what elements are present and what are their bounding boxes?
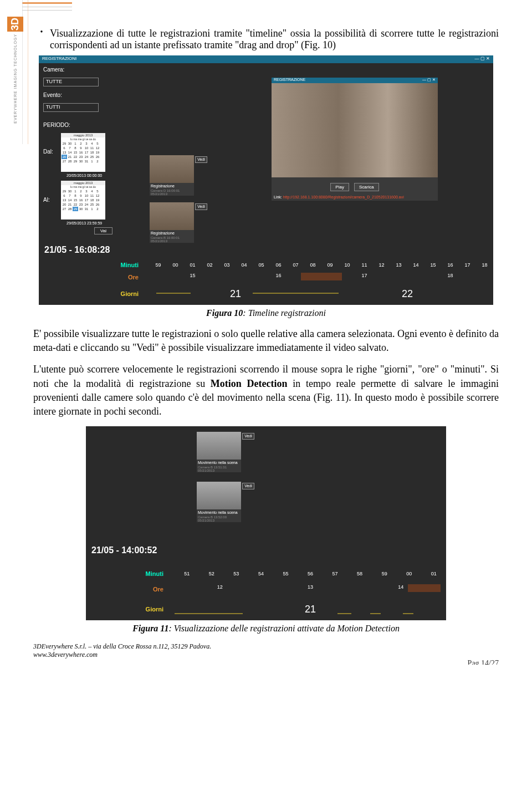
tick: 58 (347, 571, 372, 576)
timeline-timestamp: 21/05 - 16:08:28 (44, 245, 110, 255)
logo-3d: 3D (7, 17, 23, 32)
tick: 07 (287, 262, 304, 268)
bullet-paragraph: • Visualizzazione di tutte le registrazi… (33, 28, 499, 51)
para2-bold: Motion Detection (211, 378, 288, 389)
tick: 16 (442, 262, 459, 268)
vedi-button[interactable]: Vedi (242, 483, 254, 489)
vai-button[interactable]: Vai (94, 227, 112, 234)
preview-window: REGISTRAZIONE — ▢ ✕ Play Scarica Link: h… (272, 78, 438, 201)
thumb-meta: Camera B 13:51:31 05/21/2013 (197, 466, 241, 472)
preview-video[interactable] (272, 83, 438, 177)
page-decoration (22, 0, 83, 17)
paragraph-1: E' possibile visualizzare tutte le regis… (33, 327, 499, 355)
caption-rest: : Timeline registrazioni (243, 308, 326, 318)
window-title: REGISTRAZIONI (42, 56, 76, 61)
tick: 12 (373, 262, 390, 268)
timeline-giorni[interactable]: Giorni 21 (86, 604, 446, 615)
minuti-label: Minuti (86, 570, 175, 577)
tick: 08 (304, 262, 321, 268)
tick: 59 (372, 571, 397, 576)
thumb-meta: Camera B 16:00:01 05/21/2013 (150, 236, 194, 243)
tick: 15 (150, 273, 236, 282)
tick: 14 (407, 262, 424, 268)
timeline-minuti[interactable]: Minuti 590001020304050607080910111213141… (39, 262, 493, 268)
window-buttons: — ▢ ✕ (475, 56, 490, 61)
dal-label: Dal: (43, 149, 53, 155)
timeline-minuti[interactable]: Minuti 5152535455565758590001 (86, 570, 446, 577)
play-button[interactable]: Play (330, 183, 349, 191)
evento-dropdown[interactable]: TUTTI (43, 103, 99, 112)
tick: 12 (175, 584, 265, 594)
tick: 59 (150, 262, 167, 268)
figure-10-screenshot: REGISTRAZIONI — ▢ ✕ Camera: TUTTE Evento… (39, 55, 493, 305)
tick: 13 (265, 584, 355, 594)
ore-label: Ore (86, 586, 175, 593)
minuti-ticks: 5900010203040506070809101112131415161718 (150, 262, 493, 268)
calendar-from[interactable]: maggio 2013 lu ma me gi ve sa do 2930123… (61, 133, 105, 172)
tick: 05 (253, 262, 270, 268)
periodo-label: PERIODO: (43, 122, 70, 128)
tick: 21 (150, 288, 321, 299)
calendar-days-to[interactable]: 293012345 6789101112 13141516171819 2021… (61, 188, 105, 212)
tick: 15 (424, 262, 442, 268)
timeline-giorni[interactable]: Giorni 2122 (39, 288, 493, 299)
tick: 17 (459, 262, 476, 268)
thumb-image (197, 482, 241, 509)
calendar-days[interactable]: 293012345 6789101112 13141516171819 2021… (61, 141, 105, 164)
thumb-label: Registrazione (150, 230, 194, 236)
motion-thumb-2[interactable]: Vedi Movimento nella scena Camera B 13:5… (197, 482, 241, 522)
tick: 00 (167, 262, 184, 268)
bullet-icon: • (33, 28, 50, 51)
tick: 55 (273, 571, 298, 576)
preview-title: REGISTRAZIONE (274, 78, 305, 81)
caption-bold: Figura 10 (206, 308, 243, 318)
thumb-label: Movimento nella scena (197, 509, 241, 516)
timeline-timestamp: 21/05 - 14:00:52 (91, 545, 157, 555)
camera-dropdown[interactable]: TUTTE (43, 78, 99, 86)
link-url[interactable]: http://192.168.1.100:8080/Registrazioni/… (283, 195, 404, 199)
caption-bold: Figura 11 (132, 624, 168, 633)
bullet-text: Visualizzazione di tutte le registrazion… (50, 28, 499, 51)
preview-window-buttons: — ▢ ✕ (422, 78, 436, 82)
link-label: Link: (274, 195, 282, 199)
giorni-ticks: 21 (175, 604, 446, 615)
preview-titlebar: REGISTRAZIONE — ▢ ✕ (272, 78, 438, 83)
tick: 51 (175, 571, 200, 576)
from-datetime: 20/05/2013 00:00:00 (66, 173, 102, 177)
ore-label: Ore (39, 274, 150, 280)
company-logo: 3D EVERYWHERE IMAGING TECHNOLOGY (7, 17, 23, 127)
tick: 03 (218, 262, 236, 268)
recording-thumb-2[interactable]: Vedi Registrazione Camera B 16:00:01 05/… (150, 202, 194, 243)
footer-company: 3DEverywhere S.r.l. – via della Croce Ro… (33, 642, 499, 651)
motion-thumb-1[interactable]: Vedi Movimento nella scena Camera B 13:5… (197, 432, 241, 472)
tick: 06 (270, 262, 287, 268)
logo-tagline: EVERYWHERE IMAGING TECHNOLOGY (13, 34, 17, 124)
vedi-button[interactable]: Vedi (195, 156, 207, 163)
tick: 00 (397, 571, 422, 576)
tick: 18 (476, 262, 493, 268)
tick: 01 (184, 262, 201, 268)
thumb-label: Movimento nella scena (197, 460, 241, 466)
page-footer: 3DEverywhere S.r.l. – via della Croce Ro… (33, 642, 499, 659)
tick: 18 (407, 273, 493, 282)
timeline-ore[interactable]: Ore 121314 (86, 584, 446, 594)
thumb-image (150, 155, 194, 183)
to-datetime: 29/05/2013 23:59:59 (66, 221, 102, 225)
preview-link: Link: http://192.168.1.100:8080/Registra… (272, 193, 438, 201)
tick: 10 (339, 262, 356, 268)
footer-url: www.3deverywhere.com (33, 651, 499, 659)
recording-thumb-1[interactable]: Vedi Registrazione Camera D 16:00:01 05/… (150, 155, 194, 196)
calendar-month-to: maggio 2013 (61, 181, 105, 185)
vedi-button[interactable]: Vedi (242, 433, 254, 440)
vedi-button[interactable]: Vedi (195, 203, 207, 210)
scarica-button[interactable]: Scarica (354, 183, 379, 191)
tick: 02 (201, 262, 218, 268)
tick: 09 (321, 262, 339, 268)
ore-ticks: 15161718 (150, 273, 493, 282)
calendar-to[interactable]: maggio 2013 lu ma me gi ve sa do 2930123… (61, 181, 105, 220)
timeline-ore[interactable]: Ore 15161718 (39, 273, 493, 282)
tick: 56 (298, 571, 323, 576)
ore-ticks: 121314 (175, 584, 446, 594)
paragraph-2: L'utente può scorrere velocemente le reg… (33, 363, 499, 418)
figure-11-screenshot: Vedi Movimento nella scena Camera B 13:5… (86, 426, 446, 620)
